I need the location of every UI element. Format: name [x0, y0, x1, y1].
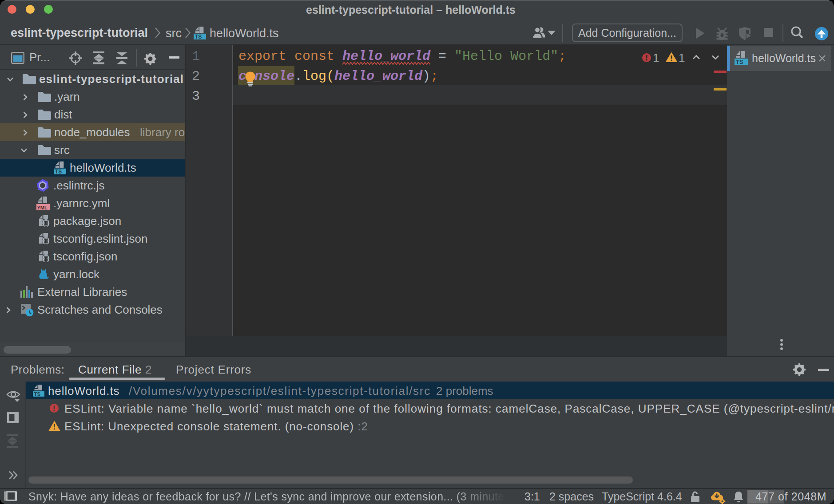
svg-text:TS: TS [736, 59, 743, 65]
svg-text:YML: YML [37, 205, 48, 210]
svg-text:TS: TS [34, 391, 41, 397]
svg-text:TS: TS [195, 34, 202, 39]
svg-text:TS: TS [55, 169, 62, 175]
